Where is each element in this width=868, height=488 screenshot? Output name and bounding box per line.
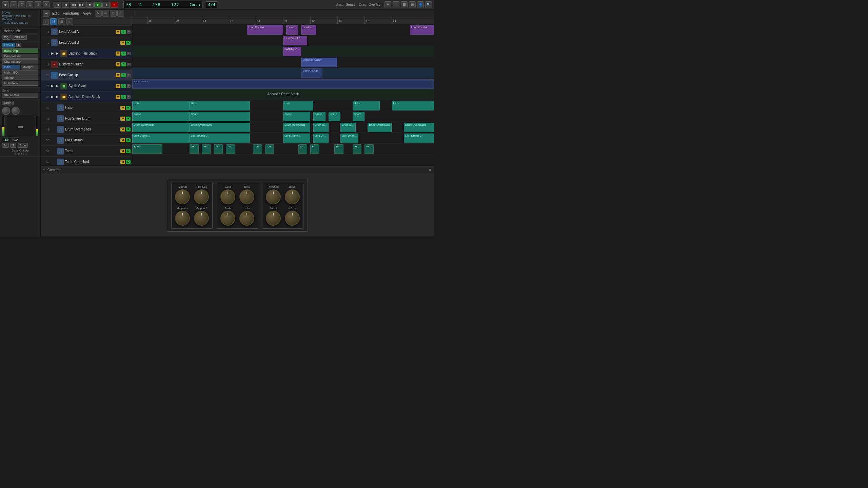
expand-btn[interactable]: ▼ bbox=[127, 95, 131, 99]
info-btn[interactable]: ℹ bbox=[43, 168, 45, 172]
multimeter-btn[interactable]: MultiMeter bbox=[2, 81, 38, 86]
expand-arrow[interactable]: ▶ bbox=[51, 84, 54, 88]
tool-3-btn[interactable]: ⬡ bbox=[110, 10, 117, 17]
clip-snare5[interactable]: Snare bbox=[329, 112, 341, 121]
expand-btn[interactable]: ▼ bbox=[127, 30, 131, 34]
clip-snare4[interactable]: Snare bbox=[313, 112, 326, 121]
region-breadcrumb[interactable]: Region: Bass Cut Up bbox=[2, 14, 38, 18]
clip-toms1[interactable]: Toms bbox=[132, 144, 162, 154]
clip-lead-vocal-a3[interactable]: Lead Vocal A bbox=[410, 25, 434, 35]
grid-btn[interactable]: ⊞ bbox=[58, 18, 65, 25]
expand-btn[interactable]: ▼ bbox=[127, 52, 131, 55]
knob-attack[interactable] bbox=[266, 211, 281, 226]
loop-icon[interactable]: ○ bbox=[10, 1, 17, 8]
volume-fader[interactable] bbox=[6, 116, 34, 136]
edit-menu[interactable]: Edit bbox=[51, 11, 60, 15]
expand-btn[interactable]: ▼ bbox=[127, 74, 131, 77]
solo-btn[interactable]: S bbox=[126, 149, 131, 153]
clip-hats5[interactable]: Hats bbox=[392, 101, 434, 110]
clip-overheads1[interactable]: Drum Overheads bbox=[132, 123, 190, 132]
zoom-out-btn[interactable]: - bbox=[393, 1, 399, 8]
knob-mids[interactable] bbox=[220, 211, 235, 226]
mute-btn[interactable]: M bbox=[116, 73, 120, 77]
clip-lofi2[interactable]: LoFi Drums 2 bbox=[190, 134, 250, 143]
list-view-btn[interactable]: ☰ bbox=[401, 1, 408, 8]
solo-btn[interactable]: S bbox=[121, 30, 126, 34]
clip-snare3[interactable]: Snare bbox=[283, 112, 310, 121]
back-btn[interactable]: ◀ bbox=[43, 10, 50, 17]
track-row-toms[interactable]: 51 🎵 Toms M S bbox=[41, 146, 132, 157]
knob-amp-rel[interactable] bbox=[194, 211, 209, 226]
bass-amp-btn[interactable]: Bass Amp bbox=[2, 48, 38, 53]
snap-mode[interactable]: Smart bbox=[346, 3, 355, 6]
knob-threshold[interactable] bbox=[266, 189, 281, 204]
clip-lead-vocal-a2[interactable]: Lead Vocal A bbox=[286, 25, 298, 35]
clip-lead-vocal-a1[interactable]: Lead Vocal A bbox=[247, 25, 283, 35]
track-row-acoustic-drum[interactable]: 46 ▶ ▶ 📁 Acoustic Drum Stack M S ▼ bbox=[41, 92, 132, 102]
expand-arrow[interactable]: ▶ bbox=[51, 95, 54, 99]
eq-btn[interactable]: EQ bbox=[2, 35, 11, 40]
eq2-power-btn[interactable]: ◉ bbox=[16, 43, 21, 47]
mute-btn[interactable]: M bbox=[120, 149, 125, 153]
clip-backing-vocals[interactable]: Backing Vocals Stack bbox=[283, 47, 301, 56]
track-row-backing[interactable]: 3 ▶ ▶ 📁 Backing...als Stack M S ▼ bbox=[41, 48, 132, 59]
expand-arrow2[interactable]: ▶ bbox=[56, 95, 59, 99]
clip-lofi3[interactable]: LoFi Drums 1 bbox=[283, 134, 310, 143]
tracks-scroll[interactable]: Lead Vocal A Lead Vocal A Lead Vocal A: … bbox=[132, 24, 434, 165]
clip-overheads6[interactable]: Drum Overheads bbox=[368, 123, 392, 132]
settings-icon[interactable]: ⚙ bbox=[26, 1, 33, 8]
clip-synth-stack[interactable]: Synth Stack bbox=[132, 79, 434, 89]
mute-btn[interactable]: M bbox=[116, 84, 120, 88]
knob-release[interactable] bbox=[285, 211, 300, 226]
search-icon[interactable]: 🔍 bbox=[425, 1, 432, 8]
mute-btn[interactable]: M bbox=[120, 117, 125, 121]
clip-overheads5[interactable]: Drum Overheads bbox=[340, 123, 356, 132]
play-btn[interactable]: ▶ bbox=[94, 2, 102, 8]
knob-ratio[interactable] bbox=[285, 189, 300, 204]
adlimit-btn[interactable]: AdLimit bbox=[2, 76, 38, 80]
midi-fx-btn[interactable]: MIDI FX bbox=[12, 35, 27, 40]
tool-2-btn[interactable]: ✏ bbox=[102, 10, 109, 17]
mute-btn[interactable]: M bbox=[116, 62, 120, 66]
track-row[interactable]: 1 🎵 Lead Vocal A M S ▼ bbox=[41, 26, 132, 37]
expand-arrow[interactable]: ▶ bbox=[51, 51, 54, 56]
mute-btn[interactable]: M bbox=[120, 138, 125, 142]
solo-btn[interactable]: S bbox=[121, 84, 126, 88]
knob-amp-dcg[interactable] bbox=[194, 189, 209, 204]
knob-treble[interactable] bbox=[239, 211, 254, 226]
expand-btn[interactable]: ▼ bbox=[127, 63, 131, 66]
clip-lofi1[interactable]: LoFi Drums 1 bbox=[132, 134, 190, 143]
mute-btn[interactable]: M bbox=[2, 143, 9, 148]
knob-gain[interactable] bbox=[220, 189, 235, 204]
rewind-btn[interactable]: ◀◀ bbox=[70, 2, 77, 8]
clip-overheads4[interactable]: Drum Overheads bbox=[313, 123, 329, 132]
stereo-out-btn[interactable]: Stereo Out bbox=[2, 93, 38, 98]
fast-forward-btn[interactable]: ▶▶ bbox=[78, 2, 85, 8]
drag-mode[interactable]: Overlap bbox=[369, 3, 380, 6]
clip-toms12[interactable]: Toms bbox=[364, 144, 374, 154]
tool-1-btn[interactable]: ↖ bbox=[95, 10, 102, 17]
track-row[interactable]: 2 🎵 Lead Vocal B M S bbox=[41, 37, 132, 48]
clip-toms5[interactable]: Tom bbox=[226, 144, 235, 154]
knob-amp-at[interactable] bbox=[175, 189, 190, 204]
mute-btn[interactable]: M bbox=[120, 41, 125, 45]
stop-btn[interactable]: ■ bbox=[86, 2, 94, 8]
pause-btn[interactable]: ⏸ bbox=[102, 2, 110, 8]
solo-btn[interactable]: S bbox=[10, 143, 16, 148]
clip-toms8[interactable]: Toms bbox=[298, 144, 308, 154]
clip-hats1[interactable]: Hats bbox=[132, 101, 190, 110]
clip-toms2[interactable]: Tom bbox=[190, 144, 199, 154]
clip-toms7[interactable]: Tom bbox=[265, 144, 274, 154]
clip-lead-vocal-toke[interactable]: Lead Vocal A: Toke 1 bbox=[301, 25, 316, 35]
view-menu[interactable]: View bbox=[82, 11, 93, 15]
add-track-btn[interactable]: + bbox=[43, 19, 49, 25]
clip-lofi6[interactable]: LoFi Drums 2 bbox=[404, 134, 434, 143]
gain-btn[interactable]: Gain bbox=[2, 65, 20, 69]
knob-amp-sus[interactable] bbox=[175, 211, 190, 226]
solo-btn[interactable]: S bbox=[126, 117, 131, 121]
grid-view-btn[interactable]: ⊞ bbox=[409, 1, 416, 8]
clip-lead-vocal-b[interactable]: Lead Vocal B bbox=[283, 36, 307, 45]
read-btn[interactable]: Read bbox=[2, 101, 14, 105]
mute-btn[interactable]: M bbox=[120, 127, 125, 131]
track-row-synth-stack[interactable]: 21 ▶ ▶ ▦ Synth Stack M S ▼ bbox=[41, 81, 132, 92]
